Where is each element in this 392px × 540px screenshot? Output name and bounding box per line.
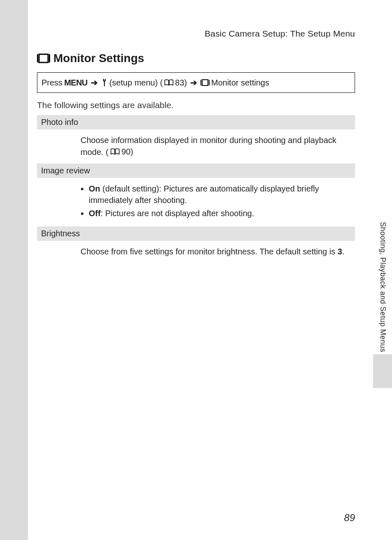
arrow-icon: ➔ bbox=[190, 77, 197, 88]
side-tab-marker bbox=[373, 354, 392, 388]
nav-setup: (setup menu) ( bbox=[109, 77, 163, 88]
intro-text: The following settings are available. bbox=[28, 93, 392, 110]
row-body-photo-info: Choose information displayed in monitor … bbox=[37, 129, 355, 164]
page-number: 89 bbox=[344, 512, 355, 524]
row-header-image-review: Image review bbox=[37, 164, 355, 178]
section-header: Basic Camera Setup: The Setup Menu bbox=[28, 0, 392, 39]
side-tab-label: Shooting, Playback and Setup Menus bbox=[378, 222, 387, 352]
row-body-brightness: Choose from five settings for monitor br… bbox=[37, 241, 355, 263]
heading-text: Monitor Settings bbox=[53, 52, 144, 65]
row-header-photo-info: Photo info bbox=[37, 115, 355, 129]
list-item: On (default setting): Pictures are autom… bbox=[89, 183, 351, 206]
list-item: Off: Pictures are not displayed after sh… bbox=[89, 208, 351, 219]
monitor-icon bbox=[201, 79, 210, 86]
nav-monitor-settings: Monitor settings bbox=[211, 77, 269, 88]
option-on-desc: (default setting): Pictures are automati… bbox=[89, 184, 319, 205]
option-off-desc: : Pictures are not displayed after shoot… bbox=[101, 209, 254, 218]
row-body-image-review: On (default setting): Pictures are autom… bbox=[37, 178, 355, 226]
option-off: Off bbox=[89, 209, 101, 218]
row-header-brightness: Brightness bbox=[37, 226, 355, 241]
brightness-default: 3 bbox=[338, 247, 342, 256]
svg-rect-3 bbox=[201, 80, 201, 85]
menu-button-label: MENU bbox=[64, 77, 88, 88]
svg-rect-2 bbox=[39, 54, 48, 62]
monitor-settings-icon bbox=[37, 53, 50, 63]
option-on: On bbox=[89, 184, 100, 193]
svg-rect-0 bbox=[37, 54, 38, 62]
navigation-path-box: Press MENU ➔ (setup menu) ( 83) ➔ Monito… bbox=[37, 72, 355, 93]
settings-table: Photo info Choose information displayed … bbox=[37, 115, 355, 263]
manual-page: Basic Camera Setup: The Setup Menu Monit… bbox=[28, 0, 392, 540]
nav-press: Press bbox=[42, 77, 62, 88]
svg-rect-4 bbox=[209, 80, 210, 85]
brightness-text-pre: Choose from five settings for monitor br… bbox=[81, 247, 338, 256]
page-ref-number: 90) bbox=[121, 146, 133, 157]
page-heading: Monitor Settings bbox=[28, 39, 392, 65]
page-reference: 90) bbox=[111, 146, 133, 157]
book-icon bbox=[111, 148, 120, 155]
nav-ref1: 83) bbox=[175, 77, 187, 88]
arrow-icon: ➔ bbox=[91, 77, 98, 88]
wrench-icon bbox=[101, 78, 108, 87]
book-icon bbox=[164, 79, 173, 86]
brightness-text-post: . bbox=[342, 247, 345, 256]
svg-rect-5 bbox=[202, 80, 208, 85]
svg-rect-1 bbox=[49, 54, 50, 62]
